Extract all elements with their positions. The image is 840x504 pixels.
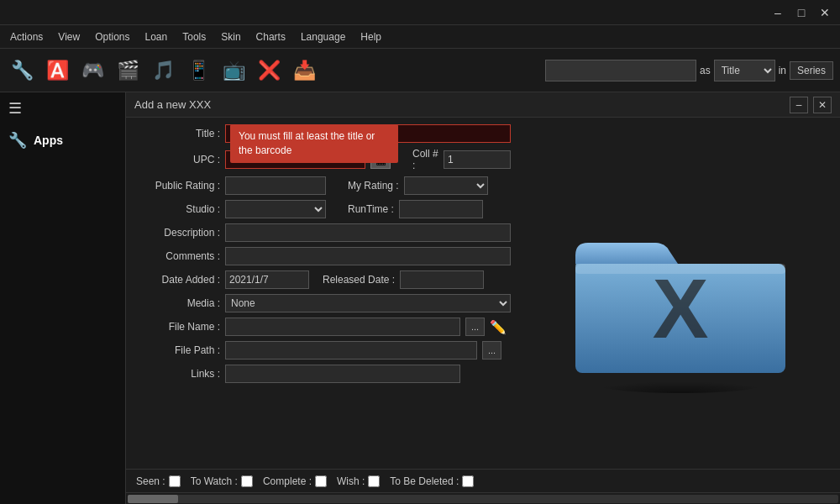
maximize-button[interactable]: □: [790, 3, 813, 23]
comments-input[interactable]: [225, 247, 511, 265]
error-tooltip: You must fill at least the title or the …: [230, 124, 398, 163]
menu-tools[interactable]: Tools: [176, 28, 213, 46]
close-button[interactable]: ✕: [813, 3, 837, 23]
sidebar: ☰ 🔧 Apps: [0, 92, 126, 504]
seen-checkbox[interactable]: [169, 475, 181, 487]
title-label: Title :: [136, 128, 220, 139]
tv-icon[interactable]: 📺: [218, 55, 249, 86]
wrench-sidebar-icon: 🔧: [8, 131, 27, 150]
menu-view[interactable]: View: [51, 28, 87, 46]
menu-skin[interactable]: Skin: [214, 28, 247, 46]
menu-loan[interactable]: Loan: [139, 28, 175, 46]
minimize-button[interactable]: –: [766, 3, 790, 23]
date-added-input[interactable]: [225, 270, 309, 289]
filename-row: File Name : ... ✏️: [136, 318, 511, 336]
wish-checkbox[interactable]: [368, 475, 380, 487]
to-watch-label: To Watch :: [191, 475, 238, 487]
wrench-icon[interactable]: 🔧: [7, 55, 37, 86]
public-rating-label: Public Rating :: [136, 180, 220, 192]
sidebar-item-apps[interactable]: 🔧 Apps: [0, 124, 125, 156]
filename-browse-button[interactable]: ...: [465, 318, 485, 336]
to-watch-group: To Watch :: [191, 475, 253, 487]
title-bar: – □ ✕: [0, 0, 840, 25]
search-as-label: as: [700, 65, 711, 76]
menu-actions[interactable]: Actions: [3, 28, 50, 46]
public-rating-input[interactable]: [225, 176, 326, 195]
menu-help[interactable]: Help: [354, 28, 388, 46]
wish-group: Wish :: [337, 475, 380, 487]
complete-label: Complete :: [263, 475, 312, 487]
menu-bar: Actions View Options Loan Tools Skin Cha…: [0, 25, 840, 49]
rating-row: Public Rating : My Rating :: [136, 176, 511, 195]
sidebar-apps-label: Apps: [34, 134, 63, 147]
search-in-label: in: [779, 65, 786, 76]
folder-x-icon: X: [563, 192, 798, 394]
checkbox-row: Seen : To Watch : Complete : Wish : To B…: [126, 469, 840, 492]
complete-checkbox[interactable]: [315, 475, 327, 487]
menu-options[interactable]: Options: [88, 28, 136, 46]
filename-input[interactable]: [225, 318, 460, 336]
media-row: Media : None: [136, 294, 511, 312]
media-select[interactable]: None: [225, 294, 511, 312]
wish-label: Wish :: [337, 475, 365, 487]
released-date-input[interactable]: [400, 270, 484, 289]
hamburger-menu[interactable]: ☰: [0, 92, 125, 124]
content-area: Add a new XXX – ✕ Title : You must fill …: [126, 92, 840, 504]
download-icon[interactable]: 📥: [289, 55, 319, 86]
description-row: Description :: [136, 223, 511, 242]
search-series-label: Series: [790, 61, 833, 80]
complete-group: Complete :: [263, 475, 327, 487]
form-left: Title : You must fill at least the title…: [126, 118, 521, 469]
comments-row: Comments :: [136, 247, 511, 265]
to-be-deleted-label: To Be Deleted :: [390, 475, 459, 487]
toolbar: 🔧 🅰️ 🎮 🎬 🎵 📱 📺 ❌ 📥 as Title Director Act…: [0, 49, 840, 92]
filepath-browse-button[interactable]: ...: [482, 341, 501, 360]
menu-charts[interactable]: Charts: [249, 28, 292, 46]
to-be-deleted-group: To Be Deleted :: [390, 475, 474, 487]
studio-row: Studio : RunTime :: [136, 200, 511, 218]
subheader-minimize-button[interactable]: –: [790, 97, 808, 113]
svg-point-0: [588, 370, 773, 393]
my-rating-label: My Rating :: [348, 180, 399, 192]
gamepad-icon[interactable]: 🎮: [77, 55, 108, 86]
menu-language[interactable]: Language: [294, 28, 352, 46]
font-icon[interactable]: 🅰️: [42, 55, 72, 86]
coll-label: Coll # :: [412, 148, 438, 171]
links-row: Links :: [136, 365, 511, 383]
x-delete-icon[interactable]: ❌: [254, 55, 284, 86]
form-right-panel: X Deta: [521, 118, 840, 469]
comments-label: Comments :: [136, 250, 220, 262]
description-label: Description :: [136, 227, 220, 239]
filepath-input[interactable]: [225, 341, 477, 360]
studio-label: Studio :: [136, 203, 220, 215]
links-label: Links :: [136, 368, 220, 380]
my-rating-select[interactable]: [404, 176, 488, 195]
date-row: Date Added : Released Date :: [136, 270, 511, 289]
subheader-title: Add a new XXX: [134, 98, 211, 111]
title-row: Title : You must fill at least the title…: [136, 124, 511, 143]
filepath-row: File Path : ...: [136, 341, 511, 360]
device-icon[interactable]: 📱: [183, 55, 213, 86]
links-input[interactable]: [225, 365, 460, 383]
film-icon[interactable]: 🎬: [113, 55, 143, 86]
scrollbar-thumb[interactable]: [128, 495, 178, 503]
subheader-close-button[interactable]: ✕: [813, 97, 832, 113]
to-watch-checkbox[interactable]: [241, 475, 253, 487]
to-be-deleted-checkbox[interactable]: [462, 475, 474, 487]
coll-input[interactable]: [444, 150, 511, 169]
runtime-input[interactable]: [399, 200, 483, 218]
edit-icon[interactable]: ✏️: [490, 319, 507, 335]
studio-select[interactable]: [225, 200, 326, 218]
main-area: ☰ 🔧 Apps Add a new XXX – ✕ Title :: [0, 92, 840, 504]
folder-icon-area: X: [521, 118, 840, 469]
search-title-select[interactable]: Title Director Actor Genre: [714, 60, 775, 81]
subheader: Add a new XXX – ✕: [126, 92, 840, 118]
runtime-label: RunTime :: [348, 203, 394, 215]
upc-label: UPC :: [136, 154, 220, 165]
music-icon[interactable]: 🎵: [148, 55, 178, 86]
horizontal-scrollbar[interactable]: [128, 495, 838, 503]
search-input[interactable]: [545, 60, 696, 81]
description-input[interactable]: [225, 223, 511, 242]
seen-label: Seen :: [136, 475, 165, 487]
released-date-label: Released Date :: [323, 274, 395, 286]
